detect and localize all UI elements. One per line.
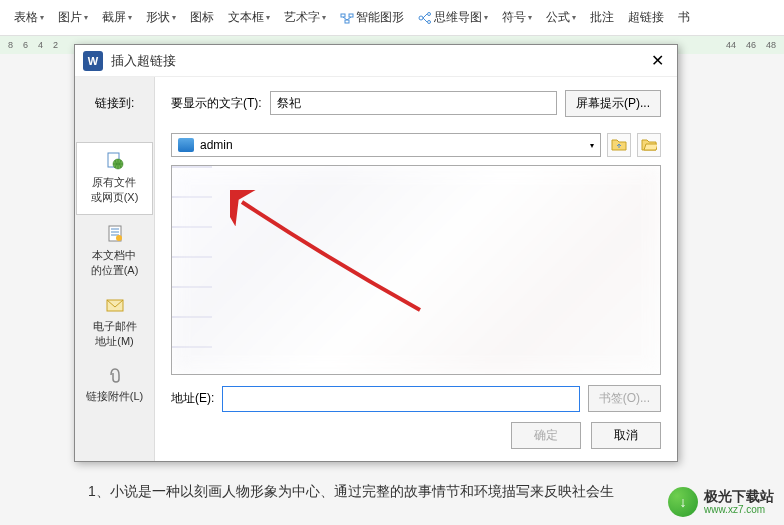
ribbon-screenshot[interactable]: 截屏▾ [96,5,138,30]
watermark-name: 极光下载站 [704,489,774,504]
globe-file-icon [105,151,125,171]
mindmap-icon [418,11,432,25]
watermark-url: www.xz7.com [704,504,774,515]
ribbon-formula[interactable]: 公式▾ [540,5,582,30]
svg-point-7 [428,20,431,23]
sidebar-label: 链接附件(L) [86,389,143,404]
app-icon: W [83,51,103,71]
link-type-sidebar: 原有文件 或网页(X) 本文档中 的位置(A) 电子邮件 地址(M) 链接附件(… [75,77,155,461]
email-icon [105,295,125,315]
attachment-icon [105,365,125,385]
dialog-title: 插入超链接 [111,52,645,70]
site-watermark: ↓ 极光下载站 www.xz7.com [668,487,774,517]
sidebar-email[interactable]: 电子邮件 地址(M) [75,287,154,358]
ribbon-smartart[interactable]: 智能图形 [334,5,410,30]
ribbon-toolbar: 表格▾ 图片▾ 截屏▾ 形状▾ 图标 文本框▾ 艺术字▾ 智能图形 思维导图▾ … [0,0,784,36]
document-body: 1、小说是一种以刻画人物形象为中心、通过完整的故事情节和环境描写来反映社会生 [0,470,784,512]
file-browser[interactable] [171,165,661,375]
chevron-down-icon: ▾ [590,141,594,150]
ribbon-icon[interactable]: 图标 [184,5,220,30]
up-folder-button[interactable] [607,133,631,157]
sidebar-label: 原有文件 或网页(X) [91,175,139,206]
svg-rect-2 [345,20,349,23]
svg-rect-1 [349,14,353,17]
svg-line-8 [423,14,427,18]
address-label: 地址(E): [171,390,214,407]
ok-button[interactable]: 确定 [511,422,581,449]
display-text-input[interactable] [270,91,557,115]
ribbon-textbox[interactable]: 文本框▾ [222,5,276,30]
ribbon-symbol[interactable]: 符号▾ [496,5,538,30]
dialog-titlebar[interactable]: W 插入超链接 ✕ [75,45,677,77]
bookmark-button[interactable]: 书签(O)... [588,385,661,412]
sidebar-attachment[interactable]: 链接附件(L) [75,357,154,412]
ribbon-image[interactable]: 图片▾ [52,5,94,30]
insert-hyperlink-dialog: W 插入超链接 ✕ 原有文件 或网页(X) 本文档中 的位置(A) 电子邮件 地… [74,44,678,462]
svg-rect-0 [341,14,345,17]
link-to-label: 链接到: [95,95,134,112]
close-button[interactable]: ✕ [645,49,669,73]
folder-path-select[interactable]: admin ▾ [171,133,601,157]
display-text-label: 要显示的文字(T): [171,95,262,112]
sidebar-this-document[interactable]: 本文档中 的位置(A) [75,216,154,287]
svg-line-9 [423,18,427,22]
smartart-icon [340,11,354,25]
ribbon-mindmap[interactable]: 思维导图▾ [412,5,494,30]
address-input[interactable] [222,386,579,412]
sidebar-label: 本文档中 的位置(A) [91,248,139,279]
paragraph-1[interactable]: 1、小说是一种以刻画人物形象为中心、通过完整的故事情节和环境描写来反映社会生 [60,480,724,502]
sidebar-existing-file[interactable]: 原有文件 或网页(X) [76,142,153,215]
document-location-icon [105,224,125,244]
ribbon-shape[interactable]: 形状▾ [140,5,182,30]
cancel-button[interactable]: 取消 [591,422,661,449]
ribbon-table[interactable]: 表格▾ [8,5,50,30]
svg-point-16 [116,235,122,241]
svg-point-5 [419,16,423,20]
watermark-logo: ↓ [668,487,698,517]
screen-tip-button[interactable]: 屏幕提示(P)... [565,90,661,117]
sidebar-label: 电子邮件 地址(M) [93,319,137,350]
folder-name: admin [200,138,233,152]
ribbon-comment[interactable]: 批注 [584,5,620,30]
browse-folder-button[interactable] [637,133,661,157]
ribbon-hyperlink[interactable]: 超链接 [622,5,670,30]
svg-point-6 [428,12,431,15]
ribbon-wordart[interactable]: 艺术字▾ [278,5,332,30]
ribbon-bookmark[interactable]: 书 [672,5,696,30]
drive-icon [178,138,194,152]
